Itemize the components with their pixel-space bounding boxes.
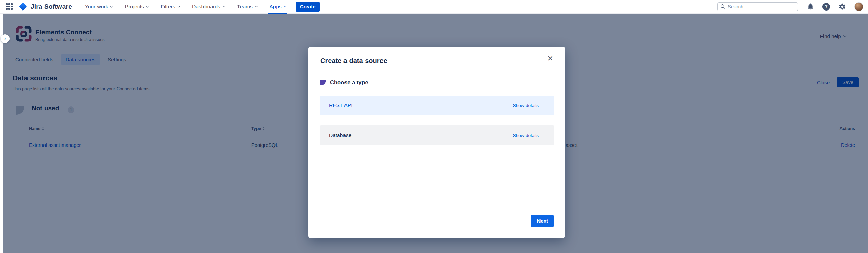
show-details-link[interactable]: Show details (513, 103, 539, 108)
option-rest-api[interactable]: REST API Show details (320, 96, 554, 115)
close-icon[interactable]: ✕ (547, 55, 553, 62)
nav-item-projects[interactable]: Projects (125, 0, 149, 14)
nav-item-your-work[interactable]: Your work (85, 0, 113, 14)
screen: Jira Software Your work Projects Filters… (0, 0, 868, 253)
chevron-down-icon (254, 4, 258, 7)
step-label: Choose a type (330, 79, 368, 86)
chevron-down-icon (110, 4, 113, 7)
step-bullet-icon (320, 80, 326, 85)
choose-type-step: Choose a type (320, 79, 368, 86)
nav-item-filters[interactable]: Filters (161, 0, 180, 14)
jira-diamond-icon (19, 2, 27, 11)
chevron-down-icon (146, 4, 149, 7)
modal-title: Create a data source (320, 57, 387, 65)
create-button[interactable]: Create (296, 2, 320, 12)
show-details-link[interactable]: Show details (513, 133, 539, 138)
sidebar-expand-button[interactable]: › (1, 34, 10, 43)
chevron-down-icon (222, 4, 225, 7)
nav-item-dashboards[interactable]: Dashboards (192, 0, 225, 14)
create-data-source-modal: Create a data source ✕ Choose a type RES… (308, 47, 565, 238)
help-icon[interactable]: ? (822, 3, 830, 11)
chevron-down-icon (283, 4, 286, 7)
search-input[interactable] (728, 4, 795, 9)
next-button[interactable]: Next (531, 215, 554, 227)
primary-nav: Your work Projects Filters Dashboards Te… (85, 0, 286, 14)
type-options: REST API Show details Database Show deta… (320, 96, 554, 155)
nav-item-teams[interactable]: Teams (237, 0, 257, 14)
search-box[interactable] (717, 2, 798, 11)
search-icon (720, 4, 725, 9)
user-avatar[interactable] (854, 2, 863, 11)
product-name: Jira Software (31, 3, 72, 11)
top-nav: Jira Software Your work Projects Filters… (0, 0, 868, 14)
top-nav-right: ? (717, 2, 863, 11)
settings-gear-icon[interactable] (838, 3, 846, 11)
option-database[interactable]: Database Show details (320, 125, 554, 145)
chevron-down-icon (177, 4, 180, 7)
app-switcher-icon[interactable] (6, 3, 13, 10)
sidebar-rail (0, 14, 3, 253)
nav-item-apps[interactable]: Apps (269, 0, 286, 14)
notifications-bell-icon[interactable] (806, 3, 814, 11)
jira-logo[interactable]: Jira Software (19, 3, 72, 11)
